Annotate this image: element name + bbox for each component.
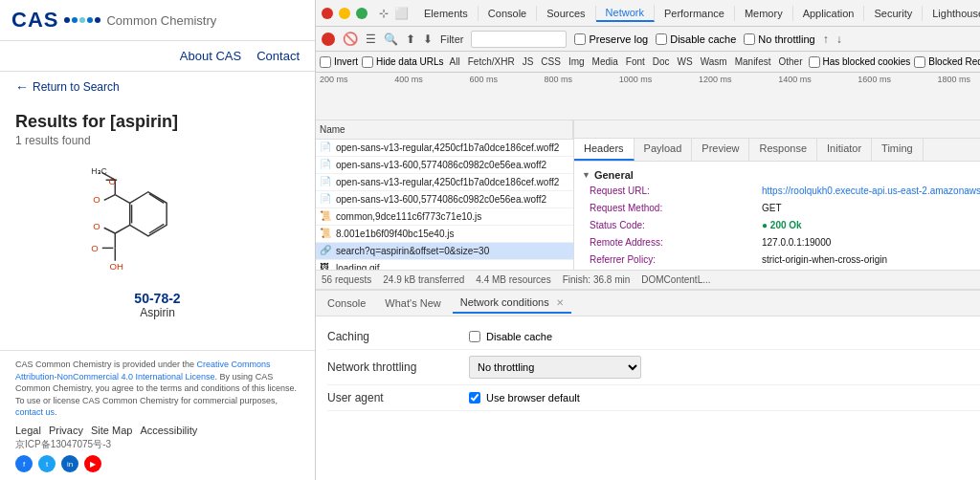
- row-icon: 📄: [320, 176, 333, 189]
- request-method-key: Request Method:: [590, 201, 762, 216]
- general-section-header[interactable]: ▼ General: [582, 165, 980, 183]
- tab-memory[interactable]: Memory: [735, 6, 793, 21]
- disable-cache-label[interactable]: Disable cache: [469, 331, 552, 342]
- network-row[interactable]: 📄open-sans-v13-regular,4250cf1b7a0dce186…: [316, 174, 573, 191]
- request-method-row: Request Method: GET: [582, 200, 980, 217]
- tab-lighthouse[interactable]: Lighthouse: [923, 6, 980, 21]
- tab-elements[interactable]: Elements: [414, 6, 479, 21]
- results-count: 1 results found: [15, 134, 300, 147]
- tab-performance[interactable]: Performance: [655, 6, 735, 21]
- dot5: [95, 17, 100, 23]
- blocked-requests-checkbox[interactable]: Blocked Requests: [914, 56, 980, 68]
- preserve-log-checkbox[interactable]: Preserve log: [574, 33, 648, 45]
- tab-sources[interactable]: Sources: [537, 6, 595, 21]
- tab-network[interactable]: Network: [596, 5, 655, 22]
- js-filter[interactable]: JS: [521, 56, 536, 67]
- other-filter[interactable]: Other: [776, 56, 804, 67]
- search-results: Results for [aspirin] 1 results found: [0, 102, 315, 350]
- network-row[interactable]: 📄open-sans-v13-600,5774086c0982c0e56ea.w…: [316, 191, 573, 208]
- back-arrow-icon: ←: [15, 79, 29, 95]
- initiator-tab[interactable]: Initiator: [817, 139, 872, 161]
- social-icon-1[interactable]: f: [15, 455, 33, 472]
- network-row[interactable]: 📜8.001e1b6f09f40bc15e40.js: [316, 226, 573, 243]
- cas-nav: About CAS Contact: [0, 41, 315, 72]
- accessibility-link[interactable]: Accessibility: [140, 425, 197, 436]
- compound-id[interactable]: 50-78-2: [134, 291, 180, 306]
- maximize-window-btn[interactable]: [356, 8, 368, 19]
- whats-new-tab[interactable]: What's New: [377, 294, 448, 313]
- cas-subtitle: Common Chemistry: [106, 13, 216, 28]
- throttling-label: Network throttling: [327, 360, 461, 374]
- console-bottom-tab[interactable]: Console: [320, 294, 373, 313]
- network-row[interactable]: 📄open-sans-v13-regular,4250cf1b7a0dce186…: [316, 140, 573, 157]
- referrer-value: strict-origin-when-cross-origin: [762, 252, 887, 268]
- contact-us-link[interactable]: contact us: [15, 407, 55, 417]
- svg-text:OH: OH: [110, 261, 123, 272]
- fetch-xhr-filter[interactable]: Fetch/XHR: [466, 56, 517, 67]
- css-filter[interactable]: CSS: [539, 56, 563, 67]
- filter-icon[interactable]: ☰: [366, 33, 376, 46]
- img-filter[interactable]: Img: [567, 56, 587, 67]
- network-row[interactable]: 📜common,9dce111c6f773c71e10.js: [316, 208, 573, 226]
- network-conditions-close-icon[interactable]: ✕: [556, 297, 564, 308]
- network-row[interactable]: 📄open-sans-v13-600,5774086c0982c0e56ea.w…: [316, 157, 573, 174]
- export-icon[interactable]: ⬇: [423, 33, 433, 46]
- import-icon[interactable]: ⬆: [406, 33, 415, 46]
- cc-license-link[interactable]: Creative Commons Attribution-NonCommerci…: [15, 360, 271, 382]
- use-browser-default-input[interactable]: [469, 392, 480, 404]
- about-cas-link[interactable]: About CAS: [180, 49, 241, 63]
- social-icon-2[interactable]: t: [38, 455, 56, 472]
- ws-filter[interactable]: WS: [676, 56, 695, 67]
- site-map-link[interactable]: Site Map: [91, 425, 132, 436]
- invert-checkbox[interactable]: Invert: [320, 56, 358, 68]
- tab-application[interactable]: Application: [793, 6, 865, 21]
- headers-tab[interactable]: Headers: [574, 139, 635, 161]
- media-filter[interactable]: Media: [590, 56, 620, 67]
- response-tab[interactable]: Response: [749, 139, 817, 161]
- device-icon[interactable]: ⬜: [394, 7, 409, 20]
- search-network-icon[interactable]: 🔍: [384, 33, 398, 46]
- referrer-row: Referrer Policy: strict-origin-when-cros…: [582, 251, 980, 269]
- timeline-bar: 200 ms 400 ms 600 ms 800 ms 1000 ms 1200…: [316, 73, 980, 120]
- use-browser-default-label[interactable]: Use browser default: [469, 392, 580, 404]
- user-agent-control: Use browser default: [469, 392, 980, 404]
- timing-tab[interactable]: Timing: [872, 139, 924, 161]
- close-window-btn[interactable]: [322, 8, 333, 19]
- privacy-link[interactable]: Privacy: [49, 425, 83, 436]
- social-icon-3[interactable]: in: [61, 455, 78, 472]
- back-link[interactable]: ← Return to Search: [0, 72, 315, 102]
- font-filter[interactable]: Font: [624, 56, 647, 67]
- throttling-select[interactable]: No throttling Slow 3G Fast 3G Offline: [469, 356, 641, 379]
- row-icon: 📄: [320, 193, 333, 207]
- devtools-toolbar: ⊹ ⬜ Elements Console Sources Network Per…: [316, 0, 980, 27]
- network-row-selected[interactable]: 🔗search?q=aspirin&offset=0&size=30: [316, 243, 573, 260]
- record-network-btn[interactable]: [322, 33, 335, 46]
- hide-data-urls-checkbox[interactable]: Hide data URLs: [362, 56, 444, 68]
- network-row[interactable]: 🖼loading.gif: [316, 260, 573, 270]
- tab-security[interactable]: Security: [864, 6, 923, 21]
- disable-cache-input[interactable]: [469, 331, 480, 342]
- all-filter[interactable]: All: [448, 56, 462, 67]
- svg-line-2: [149, 193, 164, 203]
- preview-tab[interactable]: Preview: [692, 139, 749, 161]
- minimize-window-btn[interactable]: [339, 8, 350, 19]
- blocked-cookies-checkbox[interactable]: Has blocked cookies: [809, 56, 911, 68]
- download-icon[interactable]: ↓: [836, 33, 842, 46]
- network-conditions-tab[interactable]: Network conditions ✕: [453, 293, 571, 314]
- no-throttling-checkbox[interactable]: No throttling: [744, 33, 814, 45]
- doc-filter[interactable]: Doc: [651, 56, 672, 67]
- contact-link[interactable]: Contact: [256, 49, 300, 63]
- tab-console[interactable]: Console: [479, 6, 537, 21]
- upload-icon[interactable]: ↑: [823, 33, 829, 46]
- row-icon: 📜: [320, 228, 333, 241]
- manifest-filter[interactable]: Manifest: [733, 56, 773, 67]
- social-icon-4[interactable]: ▶: [84, 455, 101, 472]
- wasm-filter[interactable]: Wasm: [699, 56, 729, 67]
- svg-line-10: [104, 194, 116, 200]
- disable-cache-checkbox[interactable]: Disable cache: [656, 33, 736, 45]
- payload-tab[interactable]: Payload: [635, 139, 693, 161]
- filter-input[interactable]: [471, 31, 567, 48]
- legal-link[interactable]: Legal: [15, 425, 41, 436]
- inspect-icon[interactable]: ⊹: [379, 7, 389, 20]
- clear-network-btn[interactable]: 🚫: [343, 32, 358, 46]
